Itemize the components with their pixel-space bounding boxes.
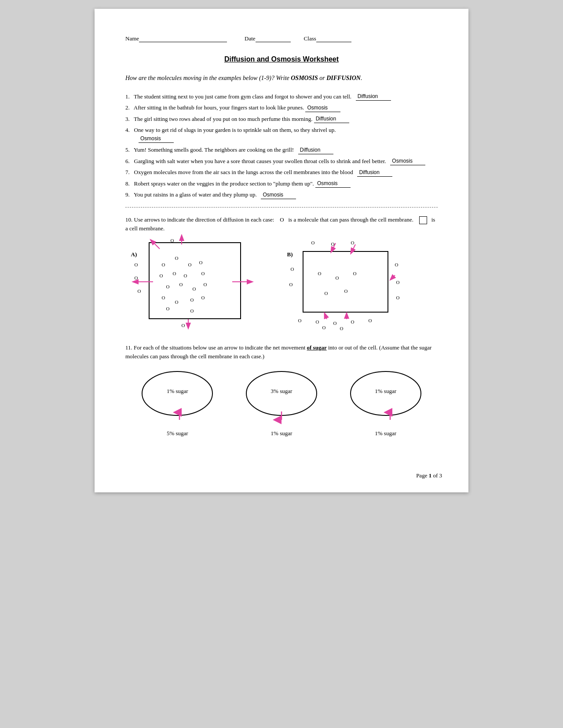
q9-answer: Osmosis xyxy=(261,191,296,199)
worksheet-title: Diffusion and Osmosis Worksheet xyxy=(224,55,339,63)
question-7: 7. Oxygen molecules move from the air sa… xyxy=(125,168,438,177)
q2-answer: Osmosis xyxy=(305,104,340,112)
instructions-text: How are the molecules moving in the exam… xyxy=(125,75,362,81)
diagram-b: B) O O O O O O O O O O O O O O O O O xyxy=(287,238,432,330)
q7-num: 7. xyxy=(125,169,132,175)
q6-text: Gargling with salt water when you have a… xyxy=(134,158,389,164)
diagram-a: A) O O O O O O O O O O O O O O O O O O xyxy=(131,238,276,330)
q11-text: 11. For each of the situations below use… xyxy=(125,343,438,360)
q5-text: Yum! Something smells good. The neighbor… xyxy=(134,146,297,153)
q5-num: 5. xyxy=(125,146,132,153)
title-section: Diffusion and Osmosis Worksheet xyxy=(125,55,438,63)
svg-line-6 xyxy=(331,243,336,252)
svg-line-7 xyxy=(391,275,395,280)
worksheet-page: Name Date Class Diffusion and Osmosis Wo… xyxy=(95,9,468,492)
page-total: of 3 xyxy=(431,472,442,479)
cell2-outside-label: 1% sugar xyxy=(271,430,292,437)
q11-instruction: For each of the situations below use an … xyxy=(125,344,431,360)
q9-num: 9. xyxy=(125,191,132,198)
header-row: Name Date Class xyxy=(125,35,438,42)
page-label: Page xyxy=(416,472,429,479)
q1-num: 1. xyxy=(125,93,132,100)
cell1-outside-label: 5% sugar xyxy=(167,430,188,437)
question-1: 1. The student sitting next to you just … xyxy=(125,92,438,101)
question-8: 8. Robert sprays water on the veggies in… xyxy=(125,179,438,188)
q10-instruction: Use arrows to indicate the direction of … xyxy=(134,216,418,223)
svg-line-5 xyxy=(351,244,355,253)
q4-text: One way to get rid of slugs in your gard… xyxy=(134,127,336,133)
question-9: 9. You put raisins in a glass of water a… xyxy=(125,190,438,199)
q5-answer: Diffusion xyxy=(298,146,333,154)
class-blank xyxy=(316,42,351,42)
question-5: 5. Yum! Something smells good. The neigh… xyxy=(125,146,438,154)
q8-num: 8. xyxy=(125,180,132,187)
question-2: 2. After sitting in the bathtub for hour… xyxy=(125,103,438,112)
separator-line xyxy=(125,207,438,207)
q9-text: You put raisins in a glass of water and … xyxy=(134,191,260,198)
cell2-arrow xyxy=(242,369,321,426)
page-number: Page 1 of 3 xyxy=(416,472,442,479)
q4-answer: Osmosis xyxy=(139,135,174,143)
question-4: 4. One way to get rid of slugs in your g… xyxy=(125,126,438,143)
date-blank xyxy=(256,42,291,42)
class-label: Class xyxy=(304,35,316,42)
name-blank xyxy=(139,42,227,42)
question-3: 3. The girl sitting two rows ahead of yo… xyxy=(125,115,438,124)
cell3-arrow xyxy=(346,369,425,426)
q7-answer: Diffusion xyxy=(357,168,392,177)
diagram-b-arrows xyxy=(287,238,432,330)
svg-line-2 xyxy=(151,240,160,249)
q10-num: 10. xyxy=(125,216,134,223)
q11-cells-row: 1% sugar 5% sugar 3% sugar xyxy=(125,369,438,437)
q11-num: 11. xyxy=(125,344,134,351)
cell-diagram-2: 3% sugar 1% sugar xyxy=(238,369,325,437)
svg-line-8 xyxy=(325,313,327,319)
q6-answer: Osmosis xyxy=(390,157,425,165)
diagram-a-arrows xyxy=(131,238,276,330)
diagrams-row: A) O O O O O O O O O O O O O O O O O O xyxy=(125,238,438,330)
question-6: 6. Gargling with salt water when you hav… xyxy=(125,157,438,166)
cell3-container: 1% sugar xyxy=(346,369,425,426)
q8-text: Robert sprays water on the veggies in th… xyxy=(134,180,314,187)
membrane-symbol xyxy=(419,216,427,224)
cell-diagram-3: 1% sugar 1% sugar xyxy=(342,369,430,437)
q4-answer-indent: Osmosis xyxy=(125,135,174,142)
q7-text: Oxygen molecules move from the air sacs … xyxy=(134,169,356,175)
cell2-container: 3% sugar xyxy=(242,369,321,426)
q2-text: After sitting in the bathtub for hours, … xyxy=(134,104,304,111)
cell-diagram-1: 1% sugar 5% sugar xyxy=(133,369,221,437)
q1-text: The student sitting next to you just cam… xyxy=(134,93,354,100)
instructions: How are the molecules moving in the exam… xyxy=(125,74,438,83)
cell1-arrow xyxy=(138,369,217,426)
questions-list: 1. The student sitting next to you just … xyxy=(125,92,438,199)
q6-num: 6. xyxy=(125,158,132,164)
cell3-outside-label: 1% sugar xyxy=(375,430,396,437)
q3-answer: Diffusion xyxy=(314,115,349,123)
date-label: Date xyxy=(245,35,256,42)
q1-answer: Diffusion xyxy=(356,92,391,101)
q10-text: 10. Use arrows to indicate the direction… xyxy=(125,215,438,233)
name-label: Name xyxy=(125,35,139,42)
q3-text: The girl sitting two rows ahead of you p… xyxy=(134,116,312,122)
q4-num: 4. xyxy=(125,127,132,133)
cell1-container: 1% sugar xyxy=(138,369,217,426)
q2-num: 2. xyxy=(125,104,132,111)
q3-num: 3. xyxy=(125,116,132,122)
q8-answer: Osmosis xyxy=(315,179,351,188)
